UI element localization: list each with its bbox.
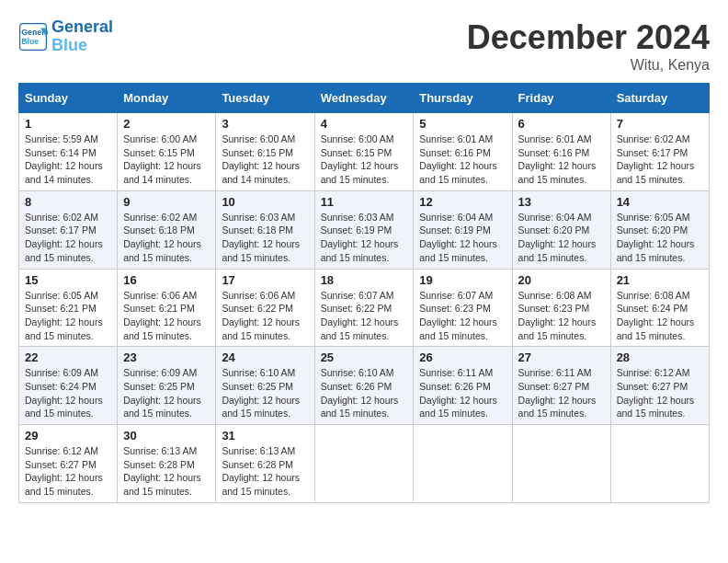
- calendar-cell: 12Sunrise: 6:04 AMSunset: 6:19 PMDayligh…: [414, 190, 512, 269]
- calendar-cell: [414, 425, 512, 503]
- weekday-header: Wednesday: [314, 84, 414, 113]
- day-info: Sunrise: 6:04 AMSunset: 6:19 PMDaylight:…: [419, 211, 506, 265]
- day-number: 19: [419, 273, 506, 287]
- day-info: Sunrise: 6:13 AMSunset: 6:28 PMDaylight:…: [222, 444, 308, 499]
- day-number: 3: [222, 117, 308, 131]
- calendar-cell: 30Sunrise: 6:13 AMSunset: 6:28 PMDayligh…: [118, 425, 216, 503]
- day-info: Sunrise: 6:02 AMSunset: 6:18 PMDaylight:…: [123, 211, 210, 265]
- day-info: Sunrise: 6:03 AMSunset: 6:19 PMDaylight:…: [321, 211, 408, 265]
- day-info: Sunrise: 5:59 AMSunset: 6:14 PMDaylight:…: [25, 132, 111, 187]
- day-number: 6: [518, 117, 605, 131]
- day-number: 12: [419, 195, 506, 209]
- weekday-header: Saturday: [610, 84, 709, 113]
- calendar-cell: 14Sunrise: 6:05 AMSunset: 6:20 PMDayligh…: [610, 190, 709, 269]
- calendar-cell: 24Sunrise: 6:10 AMSunset: 6:25 PMDayligh…: [216, 347, 314, 425]
- day-number: 1: [25, 117, 111, 131]
- day-info: Sunrise: 6:06 AMSunset: 6:21 PMDaylight:…: [123, 289, 210, 343]
- weekday-header: Friday: [512, 84, 610, 113]
- calendar-cell: 29Sunrise: 6:12 AMSunset: 6:27 PMDayligh…: [19, 425, 118, 503]
- day-info: Sunrise: 6:01 AMSunset: 6:16 PMDaylight:…: [419, 132, 506, 187]
- day-number: 24: [222, 350, 308, 364]
- svg-text:Blue: Blue: [21, 37, 39, 46]
- calendar-cell: 5Sunrise: 6:01 AMSunset: 6:16 PMDaylight…: [414, 113, 512, 191]
- calendar-cell: 21Sunrise: 6:08 AMSunset: 6:24 PMDayligh…: [610, 269, 709, 347]
- day-number: 28: [617, 350, 703, 364]
- calendar-week-row: 1Sunrise: 5:59 AMSunset: 6:14 PMDaylight…: [19, 113, 710, 191]
- calendar-cell: 3Sunrise: 6:00 AMSunset: 6:15 PMDaylight…: [216, 113, 314, 191]
- calendar-cell: [512, 425, 610, 503]
- day-number: 23: [123, 350, 210, 364]
- day-info: Sunrise: 6:11 AMSunset: 6:26 PMDaylight:…: [419, 366, 506, 420]
- day-number: 5: [419, 117, 506, 131]
- logo-icon: General Blue: [18, 22, 48, 52]
- day-info: Sunrise: 6:01 AMSunset: 6:16 PMDaylight:…: [518, 132, 605, 187]
- day-info: Sunrise: 6:03 AMSunset: 6:18 PMDaylight:…: [222, 211, 308, 265]
- calendar-cell: 11Sunrise: 6:03 AMSunset: 6:19 PMDayligh…: [314, 190, 414, 269]
- calendar-week-row: 22Sunrise: 6:09 AMSunset: 6:24 PMDayligh…: [19, 347, 710, 425]
- day-info: Sunrise: 6:07 AMSunset: 6:23 PMDaylight:…: [419, 289, 506, 343]
- day-number: 10: [222, 195, 308, 209]
- day-number: 30: [123, 429, 210, 442]
- day-number: 7: [617, 117, 703, 131]
- day-info: Sunrise: 6:12 AMSunset: 6:27 PMDaylight:…: [25, 444, 111, 499]
- day-number: 26: [419, 350, 506, 364]
- day-info: Sunrise: 6:12 AMSunset: 6:27 PMDaylight:…: [617, 366, 703, 420]
- day-info: Sunrise: 6:13 AMSunset: 6:28 PMDaylight:…: [123, 444, 210, 499]
- day-info: Sunrise: 6:04 AMSunset: 6:20 PMDaylight:…: [518, 211, 605, 265]
- page-header: General Blue GeneralBlue December 2024 W…: [18, 18, 710, 74]
- day-number: 21: [617, 273, 703, 287]
- calendar-cell: 31Sunrise: 6:13 AMSunset: 6:28 PMDayligh…: [216, 425, 314, 503]
- calendar-cell: 25Sunrise: 6:10 AMSunset: 6:26 PMDayligh…: [314, 347, 414, 425]
- day-number: 2: [123, 117, 210, 131]
- calendar-cell: [314, 425, 414, 503]
- day-number: 14: [617, 195, 703, 209]
- logo: General Blue GeneralBlue: [18, 18, 113, 55]
- day-info: Sunrise: 6:08 AMSunset: 6:24 PMDaylight:…: [617, 289, 703, 343]
- weekday-header-row: SundayMondayTuesdayWednesdayThursdayFrid…: [19, 84, 710, 113]
- calendar-cell: 4Sunrise: 6:00 AMSunset: 6:15 PMDaylight…: [314, 113, 414, 191]
- calendar-cell: 27Sunrise: 6:11 AMSunset: 6:27 PMDayligh…: [512, 347, 610, 425]
- day-number: 15: [25, 273, 111, 287]
- calendar-cell: 7Sunrise: 6:02 AMSunset: 6:17 PMDaylight…: [610, 113, 709, 191]
- day-info: Sunrise: 6:09 AMSunset: 6:24 PMDaylight:…: [25, 366, 111, 420]
- calendar-cell: 18Sunrise: 6:07 AMSunset: 6:22 PMDayligh…: [314, 269, 414, 347]
- weekday-header: Sunday: [19, 84, 118, 113]
- day-info: Sunrise: 6:11 AMSunset: 6:27 PMDaylight:…: [518, 366, 605, 420]
- day-info: Sunrise: 6:10 AMSunset: 6:26 PMDaylight:…: [321, 366, 408, 420]
- calendar-cell: 1Sunrise: 5:59 AMSunset: 6:14 PMDaylight…: [19, 113, 118, 191]
- day-number: 27: [518, 350, 605, 364]
- day-number: 11: [321, 195, 408, 209]
- day-number: 4: [321, 117, 408, 131]
- calendar-cell: 8Sunrise: 6:02 AMSunset: 6:17 PMDaylight…: [19, 190, 118, 269]
- day-number: 9: [123, 195, 210, 209]
- location: Witu, Kenya: [467, 57, 710, 74]
- day-number: 22: [25, 350, 111, 364]
- calendar-table: SundayMondayTuesdayWednesdayThursdayFrid…: [18, 83, 710, 503]
- logo-text: GeneralBlue: [51, 18, 113, 55]
- day-number: 17: [222, 273, 308, 287]
- day-info: Sunrise: 6:05 AMSunset: 6:21 PMDaylight:…: [25, 289, 111, 343]
- day-info: Sunrise: 6:07 AMSunset: 6:22 PMDaylight:…: [321, 289, 408, 343]
- calendar-cell: 13Sunrise: 6:04 AMSunset: 6:20 PMDayligh…: [512, 190, 610, 269]
- day-info: Sunrise: 6:00 AMSunset: 6:15 PMDaylight:…: [222, 132, 308, 187]
- calendar-cell: 26Sunrise: 6:11 AMSunset: 6:26 PMDayligh…: [414, 347, 512, 425]
- day-number: 16: [123, 273, 210, 287]
- day-number: 18: [321, 273, 408, 287]
- calendar-cell: 19Sunrise: 6:07 AMSunset: 6:23 PMDayligh…: [414, 269, 512, 347]
- weekday-header: Tuesday: [216, 84, 314, 113]
- calendar-cell: 28Sunrise: 6:12 AMSunset: 6:27 PMDayligh…: [610, 347, 709, 425]
- calendar-week-row: 15Sunrise: 6:05 AMSunset: 6:21 PMDayligh…: [19, 269, 710, 347]
- calendar-cell: 6Sunrise: 6:01 AMSunset: 6:16 PMDaylight…: [512, 113, 610, 191]
- calendar-week-row: 29Sunrise: 6:12 AMSunset: 6:27 PMDayligh…: [19, 425, 710, 503]
- day-number: 31: [222, 429, 308, 442]
- month-title: December 2024: [467, 18, 710, 57]
- day-number: 25: [321, 350, 408, 364]
- day-number: 13: [518, 195, 605, 209]
- calendar-cell: 17Sunrise: 6:06 AMSunset: 6:22 PMDayligh…: [216, 269, 314, 347]
- day-info: Sunrise: 6:00 AMSunset: 6:15 PMDaylight:…: [321, 132, 408, 187]
- day-info: Sunrise: 6:09 AMSunset: 6:25 PMDaylight:…: [123, 366, 210, 420]
- calendar-cell: 15Sunrise: 6:05 AMSunset: 6:21 PMDayligh…: [19, 269, 118, 347]
- weekday-header: Thursday: [414, 84, 512, 113]
- calendar-cell: 10Sunrise: 6:03 AMSunset: 6:18 PMDayligh…: [216, 190, 314, 269]
- calendar-cell: 23Sunrise: 6:09 AMSunset: 6:25 PMDayligh…: [118, 347, 216, 425]
